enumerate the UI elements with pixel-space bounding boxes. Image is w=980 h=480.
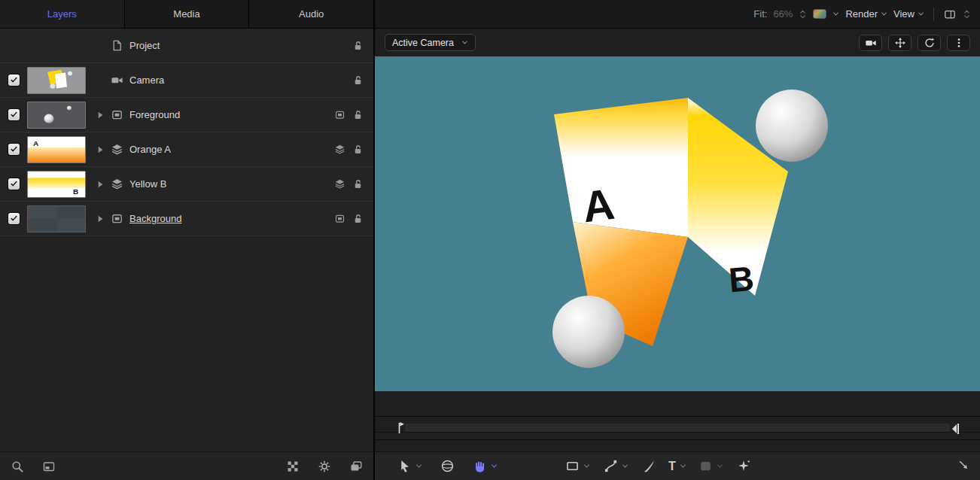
- blend-mode-icon: [334, 144, 345, 155]
- group-badge-icon: [334, 109, 345, 120]
- view-options-button[interactable]: [947, 35, 970, 51]
- layer-list: Project Camera: [0, 29, 373, 236]
- visibility-checkbox[interactable]: [8, 144, 20, 155]
- timeline-end-marker-icon[interactable]: [950, 423, 960, 435]
- header-separator: [933, 8, 934, 21]
- motion-window: Layers Media Audio Project: [0, 0, 980, 480]
- paint-stroke-tool[interactable]: [642, 459, 656, 473]
- layer-thumbnail[interactable]: [27, 102, 86, 129]
- canvas-stage[interactable]: A B: [375, 56, 980, 391]
- display-stepper-icon[interactable]: [963, 9, 971, 20]
- bezier-pen-icon: [604, 459, 618, 473]
- layer-name[interactable]: Background: [127, 213, 181, 224]
- sphere-bottom-left[interactable]: [552, 296, 625, 368]
- camera-icon: [111, 74, 123, 87]
- below-canvas-area: [375, 391, 980, 416]
- timeline-line: [375, 432, 980, 433]
- check-icon: [10, 76, 18, 84]
- rectangle-tool[interactable]: [565, 459, 590, 473]
- disclosure-triangle[interactable]: [95, 214, 105, 224]
- lock-icon[interactable]: [352, 213, 364, 224]
- chevron-down-icon: [717, 463, 723, 469]
- tab-media[interactable]: Media: [124, 0, 249, 28]
- display-icon[interactable]: [943, 8, 957, 20]
- stage-letter-a: A: [580, 179, 616, 232]
- layer-row-background[interactable]: Background: [0, 202, 373, 236]
- layer-thumbnail[interactable]: A: [27, 136, 86, 163]
- checkerboard-icon[interactable]: [286, 460, 300, 473]
- dots-icon: [953, 37, 965, 49]
- bezier-tool[interactable]: [604, 459, 628, 473]
- view-menu-button[interactable]: View: [893, 8, 924, 20]
- layer-row-camera[interactable]: Camera: [0, 63, 373, 98]
- select-tool[interactable]: [397, 459, 422, 473]
- layer-row-orange-a[interactable]: A Orange A: [0, 132, 373, 167]
- disclosure-triangle[interactable]: [95, 179, 105, 190]
- lock-icon[interactable]: [352, 74, 364, 86]
- layer-row-foreground[interactable]: Foreground: [0, 98, 373, 132]
- layer-thumbnail[interactable]: B: [27, 171, 86, 198]
- lock-icon[interactable]: [352, 40, 364, 51]
- zoom-value[interactable]: 66%: [773, 8, 793, 20]
- disclosure-triangle[interactable]: [95, 110, 105, 120]
- paint-stroke-icon: [642, 459, 656, 473]
- visibility-checkbox[interactable]: [8, 213, 20, 224]
- text-tool-glyph: T: [668, 460, 676, 473]
- tab-layers[interactable]: Layers: [0, 0, 124, 28]
- gear-icon[interactable]: [318, 460, 331, 473]
- zoom-stepper-icon[interactable]: [799, 9, 807, 20]
- layers-panel-footer: [0, 451, 373, 480]
- lock-icon[interactable]: [352, 109, 364, 120]
- layer-thumbnail[interactable]: [27, 205, 86, 232]
- search-icon[interactable]: [11, 460, 24, 473]
- stage-letter-b: B: [727, 259, 756, 300]
- chevron-down-icon[interactable]: [832, 11, 839, 17]
- layer-name[interactable]: Foreground: [127, 109, 180, 120]
- group-icon: [111, 108, 123, 121]
- check-icon: [10, 145, 18, 153]
- blend-mode-icon: [334, 178, 345, 190]
- window-resize-handle[interactable]: [957, 458, 969, 474]
- tab-audio-label: Audio: [299, 8, 324, 20]
- transform-3d-tool[interactable]: [440, 459, 455, 473]
- layer-name[interactable]: Orange A: [127, 144, 171, 155]
- render-menu-button[interactable]: Render: [845, 8, 887, 20]
- active-camera-selector[interactable]: Active Camera: [385, 34, 476, 51]
- pan-3d-button[interactable]: [888, 35, 912, 51]
- disclosure-triangle[interactable]: [95, 144, 105, 155]
- shape-mask-tool[interactable]: [698, 459, 723, 473]
- channels-swatch[interactable]: [813, 9, 826, 19]
- orbit-button[interactable]: [918, 35, 941, 51]
- check-icon: [10, 111, 18, 119]
- camera-view-button[interactable]: [859, 35, 882, 51]
- layer-name[interactable]: Yellow B: [127, 178, 166, 190]
- tab-audio[interactable]: Audio: [248, 0, 373, 28]
- adjust-glyph-tool[interactable]: [737, 459, 751, 473]
- playhead-pin-icon[interactable]: [396, 421, 405, 436]
- timeline-track[interactable]: [405, 424, 950, 432]
- card-a[interactable]: [554, 98, 688, 237]
- lock-icon[interactable]: [352, 178, 364, 190]
- text-tool[interactable]: T: [668, 460, 686, 473]
- camera-icon: [865, 37, 877, 49]
- svg-text:A: A: [33, 139, 38, 147]
- visibility-checkbox[interactable]: [8, 74, 20, 86]
- chevron-down-icon: [461, 39, 468, 46]
- layer-row-yellow-b[interactable]: B Yellow B: [0, 167, 373, 202]
- preview-area-icon[interactable]: [42, 460, 56, 473]
- visibility-checkbox[interactable]: [8, 178, 20, 190]
- layer-name[interactable]: Camera: [127, 74, 164, 86]
- visibility-checkbox[interactable]: [8, 109, 20, 120]
- mini-timeline[interactable]: [375, 416, 980, 440]
- hand-tool[interactable]: [473, 459, 498, 473]
- resize-arrow-icon: [957, 458, 969, 471]
- layer-name[interactable]: Project: [127, 40, 160, 51]
- layers-icon: [111, 178, 123, 190]
- tools-toolbar: T: [375, 451, 980, 480]
- layer-thumbnail[interactable]: [27, 67, 86, 94]
- panels-icon[interactable]: [349, 460, 363, 473]
- lock-icon[interactable]: [352, 144, 364, 155]
- view-label: View: [893, 8, 915, 20]
- layer-row-project[interactable]: Project: [0, 29, 373, 63]
- sphere-top-right[interactable]: [756, 90, 828, 162]
